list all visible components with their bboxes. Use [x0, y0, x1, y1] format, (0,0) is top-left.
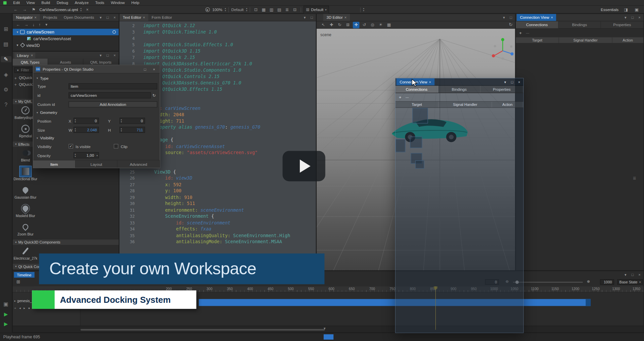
opacity-field[interactable]: ▴▾ 1,00 ▾ [73, 152, 99, 158]
columns-icon[interactable]: ▥ [268, 6, 275, 13]
section-visibility[interactable]: ▾ Visibility [37, 136, 54, 140]
state-selector[interactable]: Base State ▾ [617, 279, 643, 285]
timeline-settings-icon[interactable]: ⊞ [16, 279, 20, 285]
float-panel-icon[interactable]: □ [630, 16, 635, 20]
chevron-down-icon[interactable]: ▾ [98, 53, 103, 57]
add-annotation-button[interactable]: Add Annotation [68, 101, 157, 107]
close-panel-icon[interactable]: × [112, 16, 117, 20]
tab-properties[interactable]: Properties [481, 86, 523, 93]
id-field[interactable] [68, 92, 151, 98]
float-panel-icon[interactable]: □ [508, 16, 514, 20]
tab-open-documents[interactable]: Open Documents [60, 14, 97, 21]
video-play-button[interactable] [282, 151, 325, 182]
close-panel-icon[interactable]: × [112, 53, 117, 57]
prev-frame-icon[interactable]: ◂ [19, 306, 21, 310]
list-icon[interactable]: ≣ [284, 6, 290, 13]
close-icon[interactable]: × [143, 15, 145, 19]
reset-binding-icon[interactable]: ↻ [152, 93, 156, 97]
dialog-tab-layout[interactable]: Layout [75, 160, 118, 168]
float-panel-icon[interactable]: □ [105, 53, 110, 57]
close-icon[interactable]: × [31, 53, 33, 57]
move-up-icon[interactable]: ↑ [39, 22, 41, 27]
expander-icon[interactable]: ▾ [15, 43, 19, 47]
scrollbar-handle[interactable] [80, 329, 325, 331]
menu-item-debug[interactable]: Debug [53, 0, 71, 5]
close-panel-icon[interactable]: × [516, 80, 522, 84]
remove-connection-button[interactable]: — [406, 95, 409, 99]
chevron-down-icon[interactable]: ▾ [324, 327, 326, 331]
remove-connection-button[interactable]: — [526, 31, 529, 35]
grid-icon[interactable]: ▦ [260, 6, 267, 13]
close-panel-icon[interactable]: × [637, 273, 642, 277]
run-debug-icon[interactable]: ▶ [1, 321, 11, 327]
play-icon[interactable]: ▸ [23, 306, 25, 310]
zoom-level[interactable]: 100% [212, 7, 222, 12]
select-icon[interactable]: ↖ [320, 21, 327, 28]
tab-3d-editor[interactable]: 3D Editor × [323, 14, 350, 21]
zoom-stepper-icon[interactable]: ▴▾ [225, 7, 226, 12]
library-item-zoom-blur[interactable]: Zoom Blur [13, 221, 38, 239]
tree-item-carviewscreen[interactable]: ▾carViewScreen [13, 29, 119, 36]
clip-checkbox[interactable] [114, 144, 118, 148]
close-icon[interactable]: × [151, 67, 157, 71]
menu-item-analyze[interactable]: Analyze [71, 0, 92, 5]
rotate-icon[interactable]: ↺ [361, 21, 368, 28]
chevron-down-icon[interactable]: ▾ [302, 16, 308, 20]
record-icon[interactable]: ● [28, 306, 30, 310]
move-icon[interactable]: ✛ [353, 21, 360, 28]
tab-navigator[interactable]: Navigator× [13, 14, 40, 21]
debug-icon[interactable]: ◈ [1, 71, 11, 77]
tab-library[interactable]: Library × [14, 53, 36, 58]
frame-indicator[interactable] [324, 334, 333, 340]
back-icon[interactable]: ← [16, 22, 20, 27]
bookmark-icon[interactable]: ⚑ [31, 6, 37, 13]
welcome-icon[interactable]: ⊞ [1, 26, 11, 32]
run-icon[interactable]: ▶ [1, 311, 11, 317]
style-selector[interactable]: Default [231, 7, 244, 12]
tab-form-editor[interactable]: Form Editor [148, 14, 175, 21]
library-item-electriccar-27k[interactable]: Electriccar_27k [13, 245, 38, 263]
extra-stepper-icon[interactable]: ▴▾ [363, 7, 364, 12]
close-document-icon[interactable]: × [84, 6, 91, 13]
close-icon[interactable]: × [34, 15, 36, 19]
projects-icon[interactable]: ⚙ [1, 86, 11, 92]
forward-icon[interactable]: → [24, 22, 28, 27]
library-item-gaussian-blur[interactable]: Gaussian Blur [13, 184, 38, 202]
floating-connection-view[interactable]: Connection View × ▾ □ × ConnectionsBindi… [395, 78, 524, 333]
type-field[interactable] [68, 83, 157, 89]
width-field[interactable]: ▴▾ 2.048 [73, 127, 99, 133]
menu-item-help[interactable]: Help [128, 0, 143, 5]
chevron-down-icon[interactable]: ▾ [623, 273, 628, 277]
dialog-tab-advanced[interactable]: Advanced [118, 160, 160, 168]
track-item[interactable]: ▸ genesis_G70 [14, 299, 34, 303]
visibility-icon[interactable] [113, 30, 116, 34]
tab-timeline[interactable]: Timeline [14, 272, 35, 278]
tree-item-carviewscreenasset[interactable]: carViewScreenAsset [13, 35, 119, 42]
reset-view-icon[interactable]: ↻ [509, 22, 513, 27]
zoom-in-icon[interactable]: ⊕ [587, 279, 590, 283]
close-panel-icon[interactable]: × [637, 16, 642, 20]
axis-gizmo[interactable] [489, 36, 515, 63]
close-icon[interactable]: × [429, 80, 431, 84]
style-stepper-icon[interactable]: ▴▾ [246, 7, 247, 12]
rows-icon[interactable]: ▤ [276, 6, 283, 13]
expander-icon[interactable]: ▾ [15, 30, 19, 34]
open-document-name[interactable]: CarViewScreen.ui.qml [40, 7, 78, 12]
tab-bindings[interactable]: Bindings [438, 86, 481, 93]
float-panel-icon[interactable]: □ [509, 80, 515, 84]
forward-icon[interactable]: → [21, 6, 28, 13]
crop-icon[interactable]: ⊡ [253, 6, 259, 13]
float-panel-icon[interactable]: □ [309, 16, 315, 20]
tree-item-view3d[interactable]: ▾view3D [13, 42, 119, 49]
workspace-selector[interactable]: Essentials [601, 7, 619, 12]
tab-properties[interactable]: Properties [601, 21, 644, 28]
menu-item-window[interactable]: Window [108, 0, 128, 5]
tab-connections[interactable]: Connections [516, 21, 558, 28]
layout-right-icon[interactable]: ◨ [623, 6, 629, 13]
dialog-tab-item[interactable]: Item [33, 160, 75, 168]
float-panel-icon[interactable]: □ [105, 16, 110, 20]
filter-icon[interactable]: ▼ [45, 23, 48, 26]
to-start-icon[interactable]: « [14, 306, 16, 310]
library-section-header[interactable]: ▾My Quick3D Components [13, 239, 119, 245]
menu-item-view[interactable]: View [23, 0, 38, 5]
